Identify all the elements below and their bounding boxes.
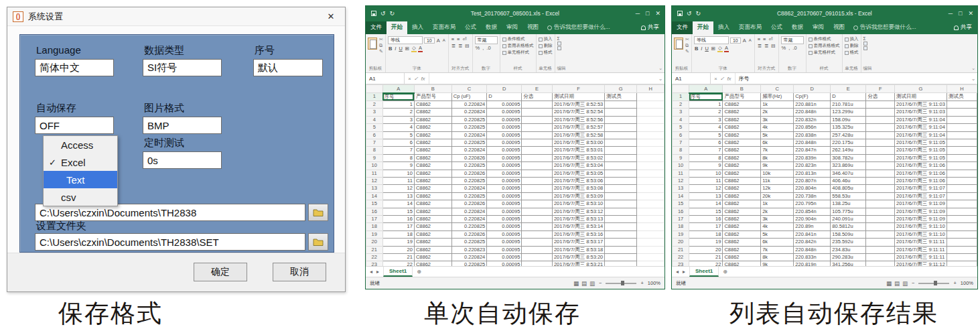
cell[interactable]: 2017/6/7/周三 8:53:16 xyxy=(552,230,604,238)
cell[interactable]: 0.220826 xyxy=(451,154,486,161)
minimize-icon[interactable]: ─ xyxy=(636,10,640,17)
conditional-formatting-button[interactable]: 条件格式 xyxy=(502,36,534,42)
cell[interactable] xyxy=(637,246,664,253)
fill-button[interactable] xyxy=(557,42,561,46)
cell[interactable]: 2 xyxy=(689,109,723,116)
decimal-icon[interactable]: .0 xyxy=(486,45,491,51)
cell[interactable] xyxy=(947,177,977,184)
cell[interactable] xyxy=(866,131,895,139)
cell[interactable] xyxy=(522,223,553,230)
cell[interactable] xyxy=(866,208,895,215)
cell[interactable] xyxy=(605,192,637,200)
cell[interactable]: C8862 xyxy=(723,101,761,108)
cell[interactable]: 2017/6/7/周三 8:53:09 xyxy=(552,192,604,200)
cell[interactable] xyxy=(866,230,895,238)
cell[interactable] xyxy=(947,170,977,177)
format-cells-button[interactable]: 格式 xyxy=(845,50,859,56)
cell[interactable] xyxy=(947,139,977,146)
cell[interactable]: 341.256u xyxy=(831,261,866,266)
cell[interactable]: 308.782u xyxy=(831,154,866,161)
cell[interactable]: 2017/6/7/周三 9:11:11 xyxy=(895,254,947,261)
column-header-B[interactable]: B xyxy=(414,85,451,93)
tab-file[interactable]: 文件 xyxy=(366,21,387,34)
cell[interactable]: 2017/6/7/周三 9:11:03 xyxy=(895,109,947,116)
row-header-18[interactable]: 18 xyxy=(673,223,689,230)
cell[interactable] xyxy=(522,109,553,116)
format-painter-icon[interactable]: ✎ xyxy=(379,49,383,54)
cell[interactable] xyxy=(605,170,637,177)
cell[interactable]: 0.220824 xyxy=(451,254,486,261)
zoom-level[interactable]: 100% xyxy=(648,280,660,286)
cell[interactable]: 10 xyxy=(382,170,414,177)
cell[interactable]: 2017/6/7/周三 8:53:13 xyxy=(552,216,604,223)
cell[interactable]: 2017/6/7/周三 8:52:57 xyxy=(552,124,604,131)
next-sheet-icon[interactable]: ▸ xyxy=(376,269,379,275)
cell[interactable] xyxy=(605,131,637,139)
tab-page-layout[interactable]: 页面布局 xyxy=(428,21,460,34)
cell[interactable] xyxy=(605,101,637,108)
cell[interactable] xyxy=(605,162,637,170)
borders-icon[interactable]: ⊞ xyxy=(405,46,410,52)
cell[interactable]: 产品型号 xyxy=(723,93,761,101)
cell[interactable]: C8862 xyxy=(723,170,761,177)
cell[interactable] xyxy=(866,239,895,246)
cell[interactable] xyxy=(947,154,977,161)
confirm-entry-icon[interactable]: ✓ xyxy=(414,76,419,82)
cell[interactable]: C8862 xyxy=(723,116,761,123)
number-format-select[interactable]: 常规 xyxy=(781,36,804,44)
column-header-H[interactable]: H xyxy=(947,85,977,93)
dropdown-item-access[interactable]: Access xyxy=(44,136,117,153)
column-header-C[interactable]: C xyxy=(451,85,486,93)
row-header-10[interactable]: 10 xyxy=(366,162,383,170)
cell[interactable]: 10 xyxy=(689,170,723,177)
cell[interactable]: 5k xyxy=(761,230,794,238)
cell[interactable]: C8862 xyxy=(414,208,451,215)
cell[interactable]: C8862 xyxy=(414,230,451,238)
tab-insert[interactable]: 插入 xyxy=(407,21,428,34)
cell[interactable] xyxy=(947,246,977,253)
cell[interactable]: 346.407u xyxy=(831,170,866,177)
cell[interactable]: 13 xyxy=(689,192,723,200)
cell[interactable]: 0.220824 xyxy=(451,208,486,215)
tell-me-box[interactable]: 告诉我您想要做什么... xyxy=(543,21,614,34)
cell[interactable]: 0.00095 xyxy=(487,230,522,238)
cell[interactable] xyxy=(522,254,553,261)
wrap-text-icon[interactable]: ⏎ xyxy=(462,36,467,42)
autosum-button[interactable]: Σ xyxy=(557,36,561,41)
name-box[interactable]: A1 xyxy=(366,73,405,84)
font-name-select[interactable]: 等线 xyxy=(388,36,423,44)
tab-review[interactable]: 审阅 xyxy=(502,21,522,34)
cell[interactable] xyxy=(522,177,553,184)
cell[interactable]: 220.841n xyxy=(794,230,831,238)
row-header-20[interactable]: 20 xyxy=(673,239,689,246)
cell[interactable] xyxy=(866,101,895,108)
row-header-18[interactable]: 18 xyxy=(366,223,383,230)
cell[interactable]: C8862 xyxy=(414,131,451,139)
cell[interactable]: 220.833n xyxy=(794,254,831,261)
cell[interactable]: C8862 xyxy=(414,101,451,108)
cut-icon[interactable]: ✂ xyxy=(685,37,689,42)
copy-icon[interactable]: ⧉ xyxy=(685,43,689,48)
cell[interactable] xyxy=(866,185,895,192)
save-icon[interactable] xyxy=(371,11,376,16)
formula-bar[interactable]: 序号 xyxy=(736,73,969,84)
cell[interactable]: 6k xyxy=(761,139,794,146)
browse-test-folder-button[interactable] xyxy=(308,204,328,221)
cell[interactable]: 18 xyxy=(689,230,723,238)
delete-cells-button[interactable]: 删除 xyxy=(539,43,553,49)
cancel-entry-icon[interactable]: × xyxy=(714,76,717,82)
cell[interactable]: 5 xyxy=(689,131,723,139)
font-size-select[interactable]: 10 xyxy=(730,38,741,44)
cell[interactable]: 2017/6/7/周三 8:52:58 xyxy=(552,131,604,139)
cell[interactable]: 2017/6/7/周三 9:11:06 xyxy=(895,177,947,184)
dropdown-item-text[interactable]: Text xyxy=(44,171,117,188)
cell[interactable]: 测试日期 xyxy=(552,93,604,101)
cell[interactable]: C8862 xyxy=(723,261,761,266)
cell[interactable] xyxy=(866,177,895,184)
cell[interactable]: 158.09u xyxy=(831,116,866,123)
cell[interactable]: 2017/6/7/周三 9:11:07 xyxy=(895,185,947,192)
align-top-icon[interactable]: ≡ xyxy=(757,36,761,42)
row-header-17[interactable]: 17 xyxy=(673,216,689,223)
tab-page-layout[interactable]: 页面布局 xyxy=(734,21,766,34)
cell[interactable] xyxy=(947,124,977,131)
